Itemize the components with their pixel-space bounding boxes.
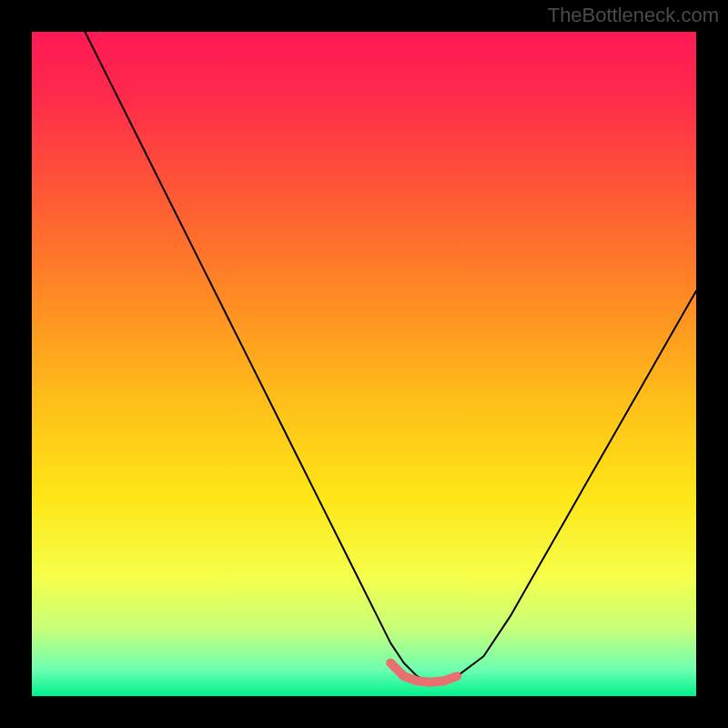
watermark-text: TheBottleneck.com bbox=[548, 4, 719, 27]
gradient-background bbox=[32, 32, 696, 696]
plot-area bbox=[32, 32, 696, 696]
chart-svg bbox=[32, 32, 696, 696]
chart-frame: TheBottleneck.com bbox=[0, 0, 728, 728]
